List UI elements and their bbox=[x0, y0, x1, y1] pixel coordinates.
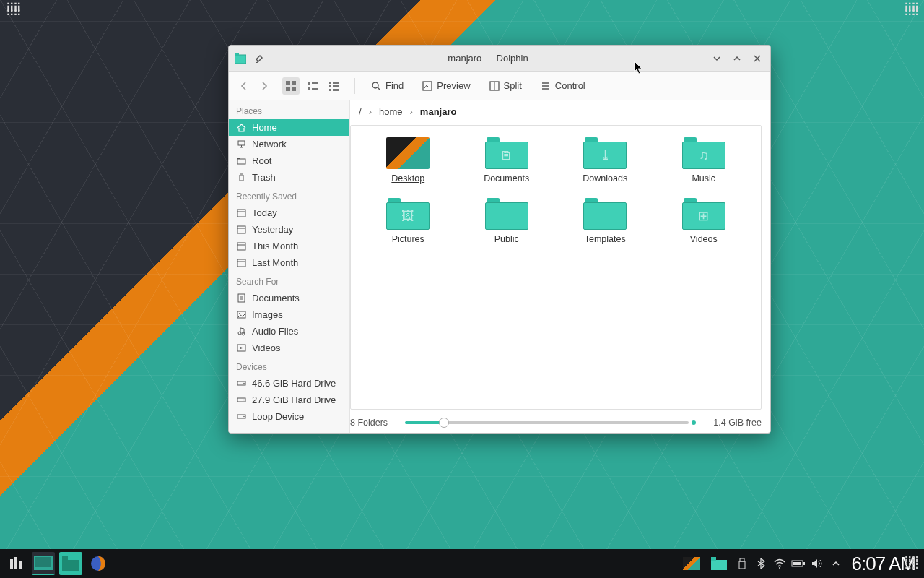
breadcrumb: / › home › manjaro bbox=[350, 100, 770, 122]
svg-point-34 bbox=[243, 383, 245, 384]
calendar-icon bbox=[236, 258, 246, 268]
svg-rect-1 bbox=[235, 53, 239, 56]
svg-rect-39 bbox=[10, 559, 13, 569]
tray-dolphin-icon[interactable] bbox=[707, 552, 731, 575]
audio-icon bbox=[236, 327, 246, 337]
folder-pictures[interactable]: 🖼 Pictures bbox=[362, 198, 454, 244]
titlebar[interactable]: manjaro — Dolphin bbox=[229, 46, 770, 72]
sidebar-item-yesterday[interactable]: Yesterday bbox=[229, 221, 349, 238]
chevron-right-icon: › bbox=[369, 106, 372, 117]
activities-icon[interactable]: ⠿⠿⠿⠿ bbox=[6, 6, 20, 14]
svg-rect-47 bbox=[711, 560, 727, 570]
details-view-button[interactable] bbox=[326, 77, 343, 95]
task-firefox[interactable] bbox=[87, 552, 110, 575]
pictures-icon: 🖼 bbox=[401, 209, 414, 224]
search-heading: Search For bbox=[229, 271, 349, 290]
svg-rect-25 bbox=[237, 243, 245, 250]
svg-rect-9 bbox=[312, 88, 318, 90]
folder-music[interactable]: ♫ Music bbox=[658, 137, 750, 184]
sidebar-item-audio[interactable]: Audio Files bbox=[229, 323, 349, 340]
folder-desktop[interactable]: Desktop bbox=[362, 137, 454, 184]
crumb-root[interactable]: / bbox=[359, 106, 362, 117]
tray-volume-icon[interactable] bbox=[810, 556, 824, 571]
show-desktop-icon[interactable]: ⠿⠿⠿⠿ bbox=[904, 559, 918, 568]
tray-chevron-up-icon[interactable] bbox=[829, 556, 843, 571]
tray-usb-icon[interactable] bbox=[735, 556, 749, 571]
sidebar-item-this-month[interactable]: This Month bbox=[229, 238, 349, 254]
svg-rect-45 bbox=[62, 556, 68, 561]
tray-battery-icon[interactable] bbox=[791, 556, 806, 571]
sidebar[interactable]: Places Home Network Root Trash Recently … bbox=[229, 100, 350, 433]
compact-view-button[interactable] bbox=[304, 77, 321, 95]
sidebar-item-drive-1[interactable]: 46.6 GiB Hard Drive bbox=[229, 375, 349, 392]
svg-rect-23 bbox=[237, 210, 245, 217]
svg-rect-12 bbox=[329, 85, 331, 87]
tray-wifi-icon[interactable] bbox=[772, 556, 787, 571]
svg-rect-15 bbox=[333, 89, 339, 91]
svg-rect-26 bbox=[237, 259, 245, 267]
devices-heading: Devices bbox=[229, 356, 349, 375]
svg-rect-53 bbox=[803, 562, 805, 565]
tray-wallpaper-icon[interactable] bbox=[680, 552, 703, 575]
video-icon: ⊞ bbox=[698, 208, 709, 224]
start-button[interactable] bbox=[4, 552, 27, 575]
svg-rect-0 bbox=[235, 55, 246, 64]
svg-rect-40 bbox=[14, 557, 17, 569]
svg-point-29 bbox=[239, 313, 240, 314]
back-button[interactable] bbox=[236, 78, 252, 94]
sidebar-item-today[interactable]: Today bbox=[229, 204, 349, 221]
image-icon bbox=[236, 310, 246, 320]
folder-videos[interactable]: ⊞ Videos bbox=[658, 198, 750, 244]
maximize-button[interactable] bbox=[730, 51, 744, 66]
folder-public[interactable]: Public bbox=[461, 198, 553, 244]
split-button[interactable]: Split bbox=[485, 77, 526, 94]
video-icon bbox=[236, 343, 246, 353]
activities-icon-right[interactable]: ⠿⠿⠿⠿ bbox=[904, 6, 918, 14]
svg-rect-14 bbox=[329, 89, 331, 91]
folder-downloads[interactable]: ⤓ Downloads bbox=[559, 137, 651, 184]
file-area[interactable]: Desktop 🗎 Documents ⤓ Downloads ♫ Music … bbox=[350, 125, 762, 410]
sidebar-item-home[interactable]: Home bbox=[229, 119, 349, 136]
sidebar-item-root[interactable]: Root bbox=[229, 152, 349, 169]
close-button[interactable] bbox=[750, 51, 764, 66]
drive-icon bbox=[236, 395, 246, 405]
svg-rect-43 bbox=[35, 557, 51, 567]
folder-documents[interactable]: 🗎 Documents bbox=[461, 137, 553, 184]
minimize-button[interactable] bbox=[710, 51, 724, 66]
drive-icon bbox=[236, 412, 246, 422]
folder-icon bbox=[236, 156, 246, 166]
task-desktop[interactable] bbox=[32, 552, 55, 575]
svg-rect-49 bbox=[740, 558, 744, 561]
task-dolphin[interactable] bbox=[59, 552, 82, 575]
pin-icon[interactable] bbox=[252, 51, 266, 66]
sidebar-item-last-month[interactable]: Last Month bbox=[229, 254, 349, 271]
tray-bluetooth-icon[interactable] bbox=[754, 556, 768, 571]
preview-button[interactable]: Preview bbox=[418, 77, 474, 94]
svg-rect-8 bbox=[308, 87, 310, 90]
calendar-icon bbox=[236, 208, 246, 218]
svg-rect-5 bbox=[292, 87, 296, 91]
document-icon bbox=[236, 293, 246, 303]
folder-templates[interactable]: Templates bbox=[559, 198, 651, 244]
sidebar-item-network[interactable]: Network bbox=[229, 136, 349, 152]
sidebar-item-images[interactable]: Images bbox=[229, 306, 349, 323]
svg-rect-44 bbox=[62, 560, 79, 571]
zoom-slider[interactable] bbox=[405, 420, 696, 425]
recent-heading: Recently Saved bbox=[229, 186, 349, 204]
sidebar-item-loop[interactable]: Loop Device bbox=[229, 408, 349, 425]
svg-rect-13 bbox=[333, 85, 339, 87]
sidebar-item-drive-2[interactable]: 27.9 GiB Hard Drive bbox=[229, 392, 349, 408]
crumb-home[interactable]: home bbox=[379, 106, 403, 117]
sidebar-item-videos[interactable]: Videos bbox=[229, 340, 349, 356]
svg-point-51 bbox=[779, 567, 780, 569]
sidebar-item-trash[interactable]: Trash bbox=[229, 169, 349, 186]
crumb-current[interactable]: manjaro bbox=[420, 106, 457, 117]
find-button[interactable]: Find bbox=[367, 77, 408, 94]
icons-view-button[interactable] bbox=[282, 77, 300, 95]
sidebar-item-documents[interactable]: Documents bbox=[229, 290, 349, 306]
svg-rect-10 bbox=[329, 82, 331, 84]
control-button[interactable]: Control bbox=[536, 77, 590, 94]
forward-button[interactable] bbox=[256, 78, 272, 94]
document-icon: 🗎 bbox=[500, 148, 513, 163]
svg-rect-3 bbox=[292, 81, 296, 85]
